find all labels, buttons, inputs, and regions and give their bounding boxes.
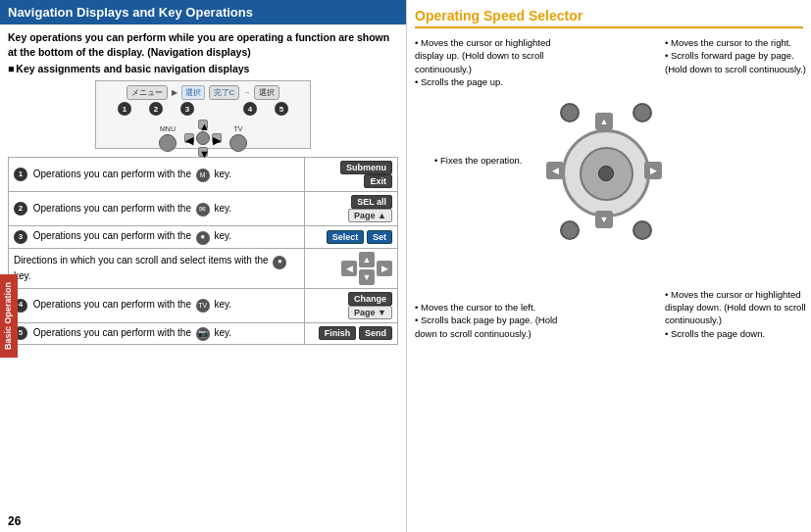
circle-key-icon2: ● <box>273 256 286 269</box>
num-1: 1 <box>118 102 131 116</box>
table-row: 2 Operations you can perform with the ✉ … <box>9 192 398 226</box>
dpad-down[interactable]: ▼ <box>198 147 208 157</box>
row5-btns: Finish Send <box>305 322 398 344</box>
table-row: 4 Operations you can perform with the TV… <box>9 288 398 322</box>
dial-up-arrow[interactable]: ▲ <box>595 113 613 130</box>
dpad[interactable]: ▲ ◀ ▶ ▼ <box>184 120 222 157</box>
keyboard-bottom-row: MNU ▲ ◀ ▶ ▼ TV <box>96 118 310 159</box>
dial-down-arrow[interactable]: ▼ <box>595 211 613 228</box>
intro-text: Key operations you can perform while you… <box>8 30 398 59</box>
keyboard-diagram: メニュー ▶ 選択 完了C → 選択 1 2 3 4 5 MNU <box>95 80 311 149</box>
speed-selector-diagram: Moves the cursor or highlighted display … <box>415 36 807 340</box>
send-btn[interactable]: Send <box>359 326 392 340</box>
bottom-left-bullets: Moves the cursor to the left. Scrolls ba… <box>415 301 572 340</box>
left-arrow-btn[interactable]: ◀ <box>341 261 357 276</box>
dpad-center[interactable] <box>196 131 210 145</box>
right-arrow-btn[interactable]: ▶ <box>377 261 392 276</box>
page-up-btn[interactable]: Page ▲ <box>348 209 392 222</box>
dpad-left[interactable]: ◀ <box>184 133 194 143</box>
row2-btns: SEL all Page ▲ <box>305 192 398 226</box>
selall-btn[interactable]: SEL all <box>351 195 392 209</box>
row3-btns: Select Set <box>305 226 398 248</box>
right-panel: Operating Speed Selector Moves the curso… <box>407 0 811 532</box>
dpad-right[interactable]: ▶ <box>212 133 222 143</box>
arrow-buttons: ◀ ▲ ▼ ▶ <box>341 252 392 285</box>
num-5: 5 <box>275 102 288 116</box>
left-content: Key operations you can perform while you… <box>0 24 406 532</box>
finish-btn[interactable]: Finish <box>319 326 357 340</box>
top-right-bullets: Moves the cursor to the right. Scrolls f… <box>665 36 807 75</box>
row5-desc: 5 Operations you can perform with the 📷 … <box>9 322 305 344</box>
bottom-left-circle <box>560 220 580 240</box>
table-row: Directions in which you can scroll and s… <box>9 248 398 288</box>
menu-key-icon: M <box>196 169 210 182</box>
num-4: 4 <box>243 102 257 116</box>
row1-btns: Submenu Exit <box>305 158 398 192</box>
row3b-desc: Directions in which you can scroll and s… <box>9 248 305 288</box>
left-panel: Navigation Displays and Key Operations K… <box>0 0 407 532</box>
up-arrow-btn[interactable]: ▲ <box>359 252 375 267</box>
tv-key-icon: TV <box>196 299 210 313</box>
complete-key[interactable]: 完了C <box>209 85 240 100</box>
dpad-up[interactable]: ▲ <box>198 120 208 129</box>
select-key2[interactable]: 選択 <box>254 85 279 100</box>
right-header: Operating Speed Selector <box>415 8 803 28</box>
side-tab-basic-operation: Basic Operation <box>0 274 18 358</box>
down-arrow-btn[interactable]: ▼ <box>359 269 375 285</box>
inner-dial[interactable] <box>580 147 634 201</box>
exit-btn[interactable]: Exit <box>364 174 392 188</box>
dial-right-arrow[interactable]: ▶ <box>644 162 662 179</box>
center-dial[interactable] <box>562 129 650 218</box>
change-btn[interactable]: Change <box>348 292 392 306</box>
row1-desc: 1 Operations you can perform with the M … <box>9 158 305 192</box>
row4-btns: Change Page ▼ <box>305 288 398 322</box>
bottom-right-circle <box>633 220 652 240</box>
row-num-1: 1 <box>14 168 27 181</box>
row-num-2: 2 <box>14 202 27 216</box>
operations-table: 1 Operations you can perform with the M … <box>8 157 398 344</box>
page-down-btn[interactable]: Page ▼ <box>348 306 392 319</box>
row4-desc: 4 Operations you can perform with the TV… <box>9 288 305 322</box>
circle-key-icon: ● <box>196 231 210 245</box>
num-3: 3 <box>180 102 194 116</box>
set-btn[interactable]: Set <box>367 230 392 244</box>
keyboard-numbers: 1 2 3 4 5 <box>96 100 310 118</box>
keyboard-top-row: メニュー ▶ 選択 完了C → 選択 <box>96 81 310 100</box>
key-assign-title: Key assignments and basic navigation dis… <box>8 63 398 74</box>
inner-dot <box>598 166 614 181</box>
select-btn[interactable]: Select <box>327 230 365 244</box>
row-num-3: 3 <box>14 230 27 244</box>
row3b-arrows: ◀ ▲ ▼ ▶ <box>305 248 398 288</box>
num-2: 2 <box>149 102 163 116</box>
submenu-btn[interactable]: Submenu <box>340 161 392 174</box>
select-key-label: 選択 <box>181 85 205 100</box>
top-right-circle <box>633 103 652 122</box>
top-left-circle <box>560 103 580 122</box>
table-row: 1 Operations you can perform with the M … <box>9 158 398 192</box>
menu-key[interactable]: メニュー <box>127 85 168 100</box>
row2-desc: 2 Operations you can perform with the ✉ … <box>9 192 305 226</box>
bottom-right-bullets: Moves the cursor or highlighted display … <box>665 288 807 340</box>
table-row: 5 Operations you can perform with the 📷 … <box>9 322 398 344</box>
page-number: 26 <box>8 514 21 528</box>
row3-desc: 3 Operations you can perform with the ● … <box>9 226 305 248</box>
top-left-bullets: Moves the cursor or highlighted display … <box>415 36 567 88</box>
camera-key-icon: 📷 <box>196 327 210 341</box>
mail-key-icon: ✉ <box>196 203 210 217</box>
table-row: 3 Operations you can perform with the ● … <box>9 226 398 248</box>
left-header: Navigation Displays and Key Operations <box>0 0 406 24</box>
center-bullet: Fixes the operation. <box>434 154 562 167</box>
